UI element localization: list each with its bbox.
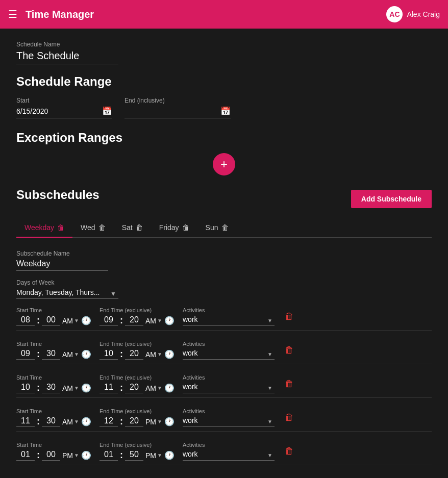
tab-sat-label: Sat xyxy=(122,223,133,232)
start-calendar-icon[interactable]: 📅 xyxy=(102,106,112,116)
end-hour-input[interactable] xyxy=(99,416,118,427)
start-clock-icon[interactable]: 🕐 xyxy=(81,316,91,325)
subschedule-name-input[interactable] xyxy=(16,259,108,271)
add-exception-button[interactable]: + xyxy=(213,153,235,175)
start-time-block: Start Time : AM PM ▼ 🕐 xyxy=(16,307,91,326)
start-ampm-select[interactable]: AM PM xyxy=(62,350,79,359)
days-of-week-select-wrapper: Monday, Tuesday, Thurs... ▼ xyxy=(16,288,118,299)
start-ampm-select[interactable]: AM PM xyxy=(62,418,79,426)
tab-friday-delete-icon[interactable]: 🗑 xyxy=(182,223,189,232)
start-date-field: Start 📅 xyxy=(16,97,112,118)
subschedule-name-label: Subschedule Name xyxy=(16,250,108,257)
subschedule-name-row: Subschedule Name xyxy=(16,250,432,271)
start-hour-input[interactable] xyxy=(16,383,35,393)
end-clock-icon[interactable]: 🕐 xyxy=(164,316,175,325)
end-hour-input[interactable] xyxy=(99,450,118,461)
activities-select[interactable]: work xyxy=(183,416,275,427)
subschedules-header: Subschedules Add Subschedule xyxy=(16,188,432,210)
delete-time-row-button[interactable]: 🗑 xyxy=(285,446,294,457)
delete-time-row-button[interactable]: 🗑 xyxy=(285,412,294,423)
tab-sat-delete-icon[interactable]: 🗑 xyxy=(136,223,143,232)
start-hour-input[interactable] xyxy=(16,450,35,461)
end-hour-input[interactable] xyxy=(99,315,118,326)
start-min-input[interactable] xyxy=(42,383,60,393)
end-ampm-select[interactable]: AM PM xyxy=(145,451,162,460)
delete-time-row-button[interactable]: 🗑 xyxy=(285,311,294,322)
end-clock-icon[interactable]: 🕐 xyxy=(164,349,175,359)
start-hour-input[interactable] xyxy=(16,315,35,326)
end-min-input[interactable] xyxy=(125,416,143,427)
end-min-input[interactable] xyxy=(125,383,143,393)
end-time-block: End Time (exclusive) : AM PM ▼ 🕐 xyxy=(99,341,175,360)
activities-select[interactable]: work xyxy=(183,315,275,326)
tab-wed[interactable]: Wed 🗑 xyxy=(72,218,114,238)
tab-sun-delete-icon[interactable]: 🗑 xyxy=(221,223,229,232)
start-min-input[interactable] xyxy=(42,315,60,326)
end-clock-icon[interactable]: 🕐 xyxy=(164,383,175,393)
end-hour-input[interactable] xyxy=(99,383,118,393)
end-ampm-select[interactable]: AM PM xyxy=(145,350,162,359)
tab-sat[interactable]: Sat 🗑 xyxy=(114,218,151,238)
start-ampm-wrapper: AM PM ▼ xyxy=(62,384,79,392)
start-time-label: Start Time xyxy=(16,374,91,381)
add-subschedule-button[interactable]: Add Subschedule xyxy=(351,190,432,208)
end-hour-input[interactable] xyxy=(99,349,118,360)
end-date-input[interactable] xyxy=(125,107,216,115)
start-date-input[interactable] xyxy=(16,107,98,115)
start-ampm-select[interactable]: AM PM xyxy=(62,384,79,392)
schedule-name-input[interactable] xyxy=(16,50,118,64)
activities-select[interactable]: work xyxy=(183,450,275,461)
start-ampm-select[interactable]: AM PM xyxy=(62,317,79,325)
start-hour-input[interactable] xyxy=(16,349,35,360)
tab-wed-delete-icon[interactable]: 🗑 xyxy=(98,223,106,232)
start-clock-icon[interactable]: 🕐 xyxy=(81,349,91,359)
tab-sun[interactable]: Sun 🗑 xyxy=(197,218,237,238)
activities-label: Activities xyxy=(183,341,275,347)
end-time-inputs: : AM PM ▼ 🕐 xyxy=(99,315,175,326)
end-time-separator: : xyxy=(120,416,123,427)
activities-select[interactable]: work xyxy=(183,349,275,360)
delete-time-row-button[interactable]: 🗑 xyxy=(285,345,294,356)
end-calendar-icon[interactable]: 📅 xyxy=(220,106,231,116)
start-time-separator: : xyxy=(37,315,40,326)
end-min-input[interactable] xyxy=(125,315,143,326)
date-fields: Start 📅 End (inclusive) 📅 xyxy=(16,97,432,118)
start-time-separator: : xyxy=(37,349,40,360)
activities-block: Activities work ▼ xyxy=(183,408,275,427)
end-clock-icon[interactable]: 🕐 xyxy=(164,450,175,460)
days-of-week-select[interactable]: Monday, Tuesday, Thurs... xyxy=(16,288,118,299)
start-time-separator: : xyxy=(37,416,40,427)
end-time-separator: : xyxy=(120,315,123,326)
start-clock-icon[interactable]: 🕐 xyxy=(81,383,91,393)
tab-friday[interactable]: Friday 🗑 xyxy=(151,218,197,238)
activities-block: Activities work ▼ xyxy=(183,374,275,393)
start-hour-input[interactable] xyxy=(16,416,35,427)
end-ampm-wrapper: AM PM ▼ xyxy=(145,451,162,460)
end-ampm-select[interactable]: AM PM xyxy=(145,418,162,426)
tab-weekday-label: Weekday xyxy=(24,223,54,232)
avatar: AC xyxy=(386,6,403,22)
start-time-label: Start Time xyxy=(16,341,91,347)
schedule-name-label: Schedule Name xyxy=(16,41,432,48)
activities-select[interactable]: work xyxy=(183,383,275,393)
end-min-input[interactable] xyxy=(125,450,143,461)
end-ampm-select[interactable]: AM PM xyxy=(145,317,162,325)
end-min-input[interactable] xyxy=(125,349,143,360)
start-clock-icon[interactable]: 🕐 xyxy=(81,450,91,460)
end-clock-icon[interactable]: 🕐 xyxy=(164,417,175,426)
end-ampm-select[interactable]: AM PM xyxy=(145,384,162,392)
start-min-input[interactable] xyxy=(42,349,60,360)
end-time-label: End Time (exclusive) xyxy=(99,374,175,381)
delete-time-row-button[interactable]: 🗑 xyxy=(285,379,294,389)
tab-sun-label: Sun xyxy=(206,223,218,232)
start-time-inputs: : AM PM ▼ 🕐 xyxy=(16,383,91,393)
tab-weekday[interactable]: Weekday 🗑 xyxy=(16,218,72,238)
start-clock-icon[interactable]: 🕐 xyxy=(81,417,91,426)
tab-weekday-delete-icon[interactable]: 🗑 xyxy=(57,223,64,232)
start-min-input[interactable] xyxy=(42,416,60,427)
start-min-input[interactable] xyxy=(42,450,60,461)
start-time-separator: : xyxy=(37,450,40,461)
start-ampm-select[interactable]: AM PM xyxy=(62,451,79,460)
start-date-label: Start xyxy=(16,97,112,104)
menu-icon[interactable]: ☰ xyxy=(8,8,17,20)
